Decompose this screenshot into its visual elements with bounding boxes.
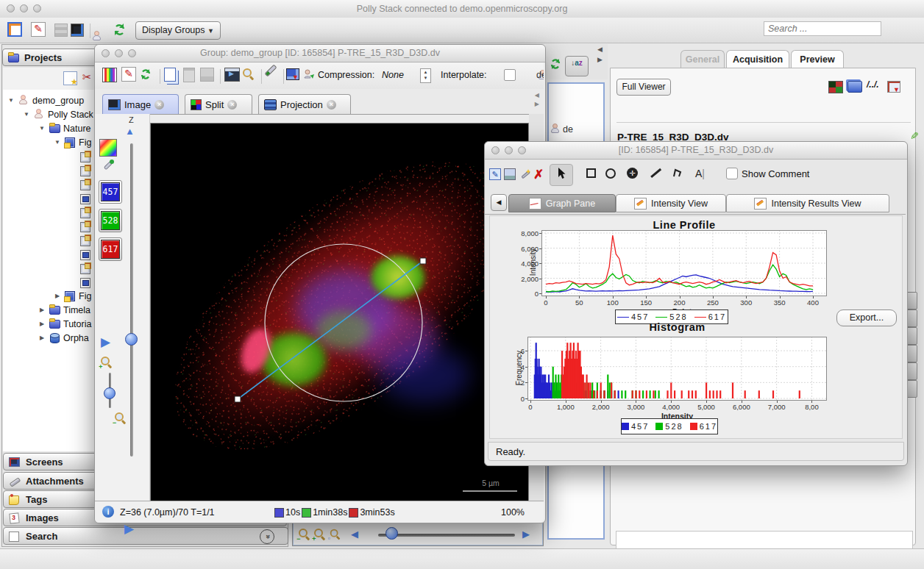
zoom-window-button[interactable] <box>128 49 136 57</box>
scroll-right-icon[interactable]: ▶ <box>597 56 603 63</box>
tab-scroll-right-icon[interactable]: ▶ <box>535 101 539 107</box>
sidebar-panel-search[interactable]: Search» <box>3 527 288 545</box>
image-canvas[interactable]: 5 µm <box>150 123 529 501</box>
collapsed-tool-button[interactable] <box>906 309 917 327</box>
measurement-tool-icon[interactable] <box>265 65 277 77</box>
lens-icon[interactable] <box>243 68 254 79</box>
channel-button-457[interactable]: 457 <box>99 180 122 204</box>
display-groups-button[interactable]: Display Groups ▼ <box>135 21 221 40</box>
edit-name-icon[interactable]: ✎ <box>910 130 919 142</box>
rendering-settings-icon[interactable] <box>102 68 117 82</box>
copy-icon[interactable] <box>164 68 176 82</box>
compression-stepper[interactable]: ▲▼ <box>420 68 431 83</box>
tree-item[interactable]: ▶Timela <box>38 303 90 317</box>
tab-scroll-left-button[interactable]: ◀ <box>491 194 507 211</box>
close-tab-icon[interactable] <box>327 100 336 110</box>
close-tab-icon[interactable] <box>154 100 164 110</box>
ellipse-tool-icon[interactable] <box>605 168 616 179</box>
line-plot-icon[interactable]: /../. <box>867 79 879 90</box>
tree-collapsed-icon[interactable]: ▶ <box>38 334 46 341</box>
tree-item[interactable]: ▶Fig <box>54 289 91 303</box>
tree-item[interactable]: ▶Tutoria <box>38 317 91 331</box>
users-icon[interactable] <box>93 31 102 41</box>
copy-folder-icon[interactable] <box>847 81 862 93</box>
eyedropper-icon[interactable] <box>101 158 115 175</box>
text-tool-icon[interactable]: A| <box>695 168 705 179</box>
full-viewer-button[interactable]: Full Viewer <box>616 79 671 96</box>
viewer-tab-split[interactable]: Split <box>185 94 252 114</box>
minimize-window-button[interactable] <box>20 4 28 12</box>
global-search-input[interactable] <box>764 21 881 36</box>
tree-item[interactable] <box>69 275 94 289</box>
delete-roi-icon[interactable]: ✗ <box>533 167 544 182</box>
compression-value[interactable]: None <box>382 70 404 80</box>
collapsed-tool-button[interactable] <box>906 362 917 380</box>
step-left-icon[interactable]: ◀ <box>351 529 358 540</box>
browser-icon[interactable] <box>7 22 22 37</box>
zoom-slider-track[interactable] <box>378 534 515 537</box>
tree-item[interactable] <box>69 233 94 247</box>
viewer-tab-image[interactable]: Image <box>102 94 179 114</box>
right-tab-general[interactable]: General <box>680 50 725 68</box>
edit-icon[interactable]: ✎ <box>121 67 136 82</box>
tree-expanded-icon[interactable]: ▼ <box>7 97 15 104</box>
wand-icon[interactable] <box>519 168 532 183</box>
zoom-in-icon[interactable]: + <box>314 529 325 540</box>
z-up-icon[interactable]: ▲ <box>125 126 135 137</box>
tree-item[interactable] <box>69 149 94 163</box>
scroll-left-icon[interactable]: ◀ <box>597 46 603 53</box>
tree-item[interactable]: ▼Polly Stack <box>23 107 93 121</box>
tree-item[interactable]: ▼demo_group <box>7 93 84 107</box>
rectangle-tool-icon[interactable] <box>586 168 596 178</box>
close-window-button[interactable] <box>491 146 500 154</box>
tree-item[interactable] <box>69 191 94 205</box>
tree-item[interactable]: ▶Orpha <box>38 331 89 345</box>
tree-expanded-icon[interactable]: ▼ <box>23 111 30 118</box>
tree-item[interactable] <box>69 205 94 219</box>
channel-play-icon[interactable]: ▶ <box>101 334 110 350</box>
minimize-window-button[interactable] <box>505 146 513 154</box>
close-window-button[interactable] <box>102 49 110 57</box>
grid-view-icon[interactable] <box>54 24 68 37</box>
right-tab-acquisition[interactable]: Acquisition <box>726 50 789 68</box>
image-view-icon[interactable] <box>71 24 84 37</box>
channel-button-617[interactable]: 617 <box>99 237 122 261</box>
measure-tab-intensity-results-view[interactable]: Intensity Results View <box>726 194 889 212</box>
zoom-window-button[interactable] <box>33 4 41 12</box>
channel-button-528[interactable]: 528 <box>99 209 122 232</box>
collapsed-tool-button[interactable] <box>906 292 917 309</box>
tree-item[interactable] <box>69 247 94 261</box>
zoom-fit-icon[interactable]: ▫ <box>330 529 341 540</box>
measure-tab-intensity-view[interactable]: Intensity View <box>616 194 726 212</box>
user-refresh-icon[interactable] <box>112 22 127 39</box>
tree-item[interactable] <box>69 177 94 191</box>
point-tool-icon[interactable]: ✛ <box>627 168 638 179</box>
collapsed-tool-button[interactable] <box>906 327 917 345</box>
magnify-slider-knob[interactable] <box>104 387 115 399</box>
viewer-tab-projection[interactable]: Projection <box>258 94 351 114</box>
publish-icon[interactable] <box>302 68 316 83</box>
tree-expanded-icon[interactable]: ▼ <box>38 125 46 132</box>
minimize-window-button[interactable] <box>115 49 123 57</box>
channels-icon[interactable] <box>828 81 843 93</box>
edit-roi-icon[interactable]: ✎ <box>489 168 501 180</box>
collapsed-tool-button[interactable] <box>906 380 917 398</box>
collapsed-tool-button[interactable] <box>906 345 917 362</box>
save-roi-icon[interactable] <box>504 168 516 180</box>
refresh-icon[interactable] <box>549 57 562 73</box>
close-window-button[interactable] <box>7 4 15 12</box>
zoom-window-button[interactable] <box>518 146 526 154</box>
step-right-icon[interactable]: ▶ <box>522 529 530 540</box>
tree-collapsed-icon[interactable]: ▶ <box>38 307 46 313</box>
magnify-plus-icon[interactable]: + <box>101 357 112 368</box>
z-play-icon[interactable]: ▶ <box>124 521 134 537</box>
tree-item[interactable] <box>69 219 94 233</box>
line-tool-icon[interactable] <box>650 168 661 178</box>
tree-item[interactable] <box>69 261 94 275</box>
z-slider-knob[interactable] <box>125 333 138 346</box>
interpolate-checkbox[interactable] <box>504 69 516 81</box>
cut-icon[interactable]: ✂ <box>82 71 92 84</box>
roi-overlay[interactable] <box>151 124 528 501</box>
color-picker-icon[interactable] <box>99 139 117 157</box>
show-comment-checkbox[interactable] <box>726 168 738 179</box>
